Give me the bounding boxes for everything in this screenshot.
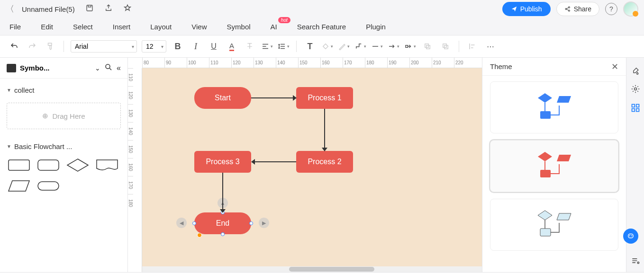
send-back-icon[interactable]: [439, 40, 452, 53]
node-start[interactable]: Start: [194, 87, 251, 109]
scrollbar-thumb[interactable]: [289, 267, 374, 272]
canvas[interactable]: Start Process 1 Process 2 Process 3 End …: [142, 68, 482, 266]
svg-rect-8: [443, 44, 447, 48]
connector[interactable]: [222, 173, 223, 209]
svg-point-22: [629, 235, 630, 236]
connector[interactable]: [251, 97, 293, 98]
ruler-tick: 110: [209, 58, 231, 68]
selection-handle[interactable]: [221, 232, 225, 236]
menu-edit[interactable]: Edit: [41, 23, 53, 31]
drag-here-label: Drag Here: [52, 112, 85, 120]
export-icon[interactable]: [104, 4, 113, 14]
selection-handle[interactable]: [249, 221, 253, 225]
menu-view[interactable]: View: [191, 23, 207, 31]
node-process1[interactable]: Process 1: [296, 87, 353, 109]
menu-insert[interactable]: Insert: [113, 23, 131, 31]
svg-rect-5: [425, 44, 429, 48]
fill-tool-icon[interactable]: [631, 65, 640, 75]
chevron-down-icon: ▼: [7, 88, 11, 93]
redo-icon[interactable]: [26, 40, 39, 53]
share-label: Share: [574, 5, 591, 13]
connector[interactable]: [254, 161, 296, 162]
shape-process[interactable]: [7, 157, 31, 173]
list-settings-icon[interactable]: [631, 256, 640, 265]
strikethrough-icon[interactable]: T: [243, 40, 256, 53]
shape-data[interactable]: [7, 178, 31, 194]
svg-point-16: [634, 88, 636, 90]
selection-handle[interactable]: [192, 221, 196, 225]
ruler-tick: 120: [231, 58, 254, 68]
hot-badge: hot: [278, 17, 290, 23]
horizontal-scrollbar[interactable]: [142, 266, 482, 272]
ruler-tick: 90: [164, 58, 187, 68]
search-icon[interactable]: [104, 63, 113, 73]
ruler-tick: 210: [432, 58, 454, 68]
node-end[interactable]: End: [194, 212, 251, 234]
star-icon[interactable]: [123, 4, 132, 14]
font-color-icon[interactable]: A: [225, 40, 238, 53]
underline-icon[interactable]: U: [207, 40, 220, 53]
italic-icon[interactable]: I: [189, 40, 202, 53]
connect-left-icon[interactable]: ◀: [176, 218, 187, 228]
bold-icon[interactable]: B: [171, 40, 184, 53]
shape-decision[interactable]: [65, 157, 90, 173]
theme-option-red[interactable]: [490, 140, 618, 192]
fill-color-icon[interactable]: ▾: [321, 42, 333, 51]
node-process3[interactable]: Process 3: [194, 151, 251, 173]
arrow-end-icon[interactable]: ▾: [404, 42, 416, 51]
node-process2[interactable]: Process 2: [296, 151, 353, 173]
publish-label: Publish: [520, 5, 542, 13]
connector-style-icon[interactable]: ▾: [354, 42, 366, 51]
menu-ai[interactable]: AI hot: [271, 23, 277, 31]
menu-search-feature[interactable]: Search Feature: [297, 23, 346, 31]
undo-icon[interactable]: [8, 40, 21, 53]
rotation-handle[interactable]: [197, 233, 202, 238]
chat-assistant-icon[interactable]: [623, 229, 638, 244]
align-icon[interactable]: [466, 40, 479, 53]
title-bar: 〈 Unnamed File(5) Publish Share ?: [0, 0, 644, 18]
text-align-icon[interactable]: ▾: [261, 42, 273, 51]
theme-option-outline[interactable]: [490, 199, 618, 251]
help-icon[interactable]: ?: [605, 3, 617, 15]
section-basic-flowchart[interactable]: ▼ Basic Flowchart ...: [7, 139, 121, 154]
svg-rect-0: [87, 5, 92, 11]
format-painter-icon[interactable]: [44, 40, 57, 53]
menu-file[interactable]: File: [9, 23, 21, 31]
shape-process-alt[interactable]: [36, 157, 61, 173]
close-icon[interactable]: ✕: [611, 62, 618, 72]
menu-layout[interactable]: Layout: [150, 23, 172, 31]
arrow-style-icon[interactable]: ▾: [388, 42, 399, 51]
line-spacing-icon[interactable]: ▾: [278, 42, 290, 51]
theme-option-blue[interactable]: [490, 81, 618, 133]
svg-rect-20: [636, 109, 639, 112]
menu-symbol[interactable]: Symbol: [227, 23, 251, 31]
drag-here-zone[interactable]: ⊕ Drag Here: [7, 103, 121, 129]
share-button[interactable]: Share: [556, 2, 599, 16]
font-size-select[interactable]: [142, 40, 166, 53]
ruler-tick: 150: [298, 58, 320, 68]
menu-select[interactable]: Select: [73, 23, 93, 31]
section-collect[interactable]: ▼ collect: [7, 82, 121, 98]
grid-icon[interactable]: [631, 103, 640, 113]
connector[interactable]: [324, 109, 325, 148]
arrow-head-icon: [251, 159, 255, 165]
line-color-icon[interactable]: ▾: [338, 42, 350, 51]
font-select[interactable]: [71, 40, 137, 53]
menu-plugin[interactable]: Plugin: [366, 23, 386, 31]
bring-front-icon[interactable]: [421, 40, 434, 53]
shape-terminator[interactable]: [36, 178, 61, 194]
ruler-vertical: 110 120 130 140 150 160 170 180: [128, 68, 142, 272]
text-tool-icon[interactable]: T: [303, 40, 317, 53]
settings-icon[interactable]: [631, 84, 640, 94]
publish-button[interactable]: Publish: [502, 2, 551, 16]
svg-rect-13: [540, 111, 551, 119]
avatar[interactable]: [623, 1, 638, 17]
line-style-icon[interactable]: ▾: [371, 42, 383, 51]
save-icon[interactable]: [85, 4, 94, 14]
back-icon[interactable]: 〈: [6, 3, 14, 15]
collapse-panel-icon[interactable]: «: [117, 64, 121, 72]
more-icon[interactable]: ⋯: [484, 40, 497, 53]
library-dropdown-icon[interactable]: ⌄: [95, 64, 100, 72]
connect-right-icon[interactable]: ▶: [259, 218, 269, 228]
shape-document[interactable]: [95, 157, 119, 173]
